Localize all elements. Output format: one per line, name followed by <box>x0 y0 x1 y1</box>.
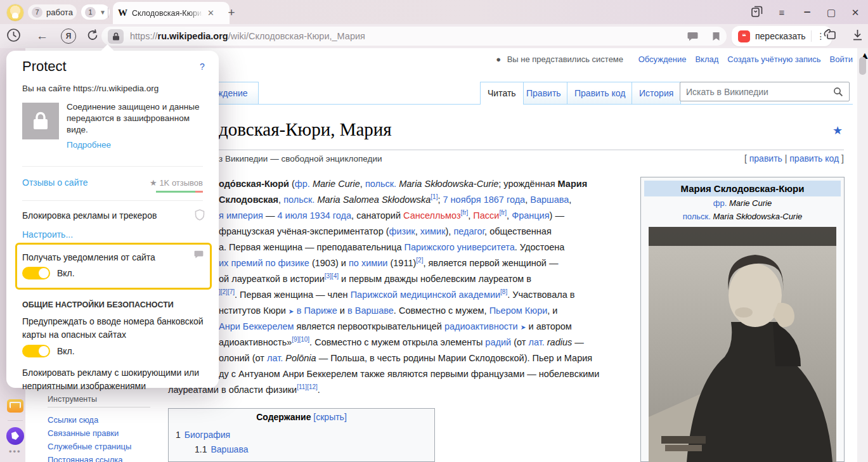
wiki-tab-history[interactable]: История <box>632 82 681 105</box>
text-segment: ; <box>437 195 443 205</box>
wiki-link[interactable]: по химии <box>349 258 387 268</box>
wiki-tab-read[interactable]: Читать <box>480 82 524 105</box>
reference-sup[interactable]: [fr] <box>499 209 507 216</box>
download-icon[interactable] <box>852 29 863 41</box>
watch-star-icon[interactable]: ★ <box>832 124 843 138</box>
wiki-link[interactable]: физик <box>389 226 415 236</box>
red-link[interactable]: Санселльмоз <box>403 210 461 221</box>
red-link[interactable]: Пасси <box>473 210 499 221</box>
search-icon[interactable] <box>833 87 843 97</box>
tab-separator <box>108 8 108 18</box>
yandex-start-icon[interactable]: Я <box>61 29 76 44</box>
reference-sup[interactable]: [11][12] <box>297 383 318 390</box>
tabs-panel-icon[interactable] <box>751 6 765 18</box>
text-segment: и первым дважды нобелевским лауреатом в <box>339 274 531 284</box>
details-link[interactable]: Подробнее <box>67 140 111 150</box>
tab-group-collapsed-pill[interactable]: 1 ▼ <box>81 4 110 20</box>
help-link[interactable]: ? <box>200 61 205 72</box>
wiki-link[interactable]: радий <box>485 337 511 347</box>
yandex-mail-icon[interactable] <box>7 399 23 413</box>
comment-icon[interactable] <box>687 32 698 41</box>
personal-link[interactable]: Создать учётную запись <box>727 55 820 64</box>
maximize-icon[interactable]: ▢ <box>824 7 838 18</box>
address-bar[interactable]: https://ru.wikipedia.org/wiki/Склодовска… <box>101 27 727 46</box>
reference-sup[interactable]: [fr] <box>461 209 469 216</box>
sidebar-more-icon[interactable]: ••• <box>9 447 22 456</box>
reference-sup[interactable]: [2] <box>416 257 423 264</box>
wiki-link[interactable]: [скрыть] <box>313 412 346 422</box>
lock-icon[interactable] <box>108 29 124 44</box>
reference-sup[interactable]: ][2][7] <box>219 288 235 295</box>
wiki-link[interactable]: польск. <box>683 212 711 221</box>
toc-item[interactable]: 1.1Варшава <box>195 444 248 454</box>
personal-link[interactable]: Вклад <box>695 55 718 64</box>
site-reviews-link[interactable]: Отзывы о сайте <box>22 177 88 188</box>
wiki-link[interactable]: Анри Беккерелем <box>219 321 294 331</box>
tab-group-pill[interactable]: 7 работа <box>28 4 77 20</box>
sidebar-tool-link[interactable]: Служебные страницы <box>48 442 131 451</box>
rephrase-button[interactable]: ❝ пересказать ⋮ <box>732 26 832 46</box>
wiki-link[interactable]: их премий по физике <box>219 258 309 268</box>
wiki-link[interactable]: фр. <box>713 198 727 208</box>
reference-sup[interactable]: [3][4] <box>325 273 339 279</box>
card-warning-toggle[interactable] <box>22 345 50 357</box>
wiki-link[interactable]: лат. <box>528 337 544 347</box>
text-segment: а. Первая женщина — преподавательница <box>219 242 405 252</box>
wiki-link[interactable]: польск. <box>365 179 396 189</box>
wiki-link[interactable]: педагог <box>453 226 484 236</box>
minimize-icon[interactable]: ▁ <box>800 4 814 13</box>
reload-icon[interactable] <box>86 29 99 42</box>
wiki-link[interactable]: править код <box>789 153 839 164</box>
wiki-search-box[interactable]: Искать в Википедии <box>680 82 850 101</box>
notifications-label: Получать уведомления от сайта <box>22 252 155 262</box>
wiki-link[interactable]: Парижского университета <box>405 242 515 252</box>
wiki-tab-edit[interactable]: Править <box>519 82 569 105</box>
bookmark-icon[interactable] <box>712 32 720 41</box>
toc-item[interactable]: 1Биография <box>176 430 230 440</box>
toc-link[interactable]: Биография <box>185 430 230 440</box>
personal-link[interactable]: Войти <box>830 55 853 64</box>
menu-icon[interactable]: ≡ <box>775 7 789 18</box>
wiki-link[interactable]: 1934 года <box>310 210 352 221</box>
reference-sup[interactable]: [9][10] <box>292 336 309 343</box>
personal-link[interactable]: Обсуждение <box>638 55 687 64</box>
history-clock-icon[interactable] <box>6 28 21 42</box>
wiki-link[interactable]: химик <box>420 226 446 236</box>
wiki-link[interactable]: в Варшаве <box>347 305 394 316</box>
notifications-toggle[interactable] <box>22 267 50 279</box>
scrollbar-thumb[interactable] <box>859 57 866 75</box>
configure-link[interactable]: Настроить... <box>22 229 73 240</box>
tab-close-icon[interactable]: ✕ <box>207 8 214 18</box>
window-close-icon[interactable]: ✕ <box>848 7 862 18</box>
edit-links[interactable]: [ править | править код ] <box>602 153 844 164</box>
reference-sup[interactable]: [1] <box>431 193 437 200</box>
active-tab[interactable]: W Склодовская-Кюри, Ма ✕ <box>113 2 230 24</box>
side-panel-icon[interactable] <box>823 29 837 41</box>
url-text[interactable]: https://ru.wikipedia.org/wiki/Склодовска… <box>130 31 365 41</box>
wiki-link[interactable]: радиоактивности <box>444 321 518 331</box>
scrollbar-track[interactable] <box>857 48 868 462</box>
wiki-link[interactable]: фр. <box>295 179 310 189</box>
wiki-link[interactable]: Варшава <box>530 195 569 205</box>
wiki-link[interactable]: 7 ноября <box>443 195 481 205</box>
new-tab-button[interactable]: + <box>223 4 240 21</box>
wiki-link[interactable]: 4 июля <box>277 210 307 221</box>
alice-assistant-icon[interactable] <box>6 427 24 445</box>
back-icon[interactable]: ← <box>36 29 48 43</box>
wiki-link[interactable]: 1867 года <box>484 195 526 205</box>
wiki-link[interactable]: править <box>749 153 782 164</box>
wiki-link[interactable]: в Париже <box>297 305 337 316</box>
sidebar-tool-link[interactable]: Ссылки сюда <box>48 415 98 425</box>
wiki-link[interactable]: польск. <box>283 195 314 205</box>
wiki-tab-edit-code[interactable]: Править код <box>567 82 633 105</box>
wiki-link[interactable]: Парижской медицинской академии <box>351 290 500 300</box>
sidebar-tool-link[interactable]: Постоянная ссылка <box>48 455 123 462</box>
profile-avatar[interactable] <box>6 4 24 22</box>
wiki-link[interactable]: Пьером Кюри <box>489 305 548 316</box>
toc-link[interactable]: Варшава <box>211 444 248 454</box>
wiki-link[interactable]: лат. <box>267 353 283 363</box>
wiki-link[interactable]: я империя <box>219 210 263 221</box>
sidebar-tool-link[interactable]: Связанные правки <box>48 428 119 438</box>
reference-sup[interactable]: [8] <box>500 288 507 295</box>
wiki-link[interactable]: Франция <box>512 210 549 221</box>
